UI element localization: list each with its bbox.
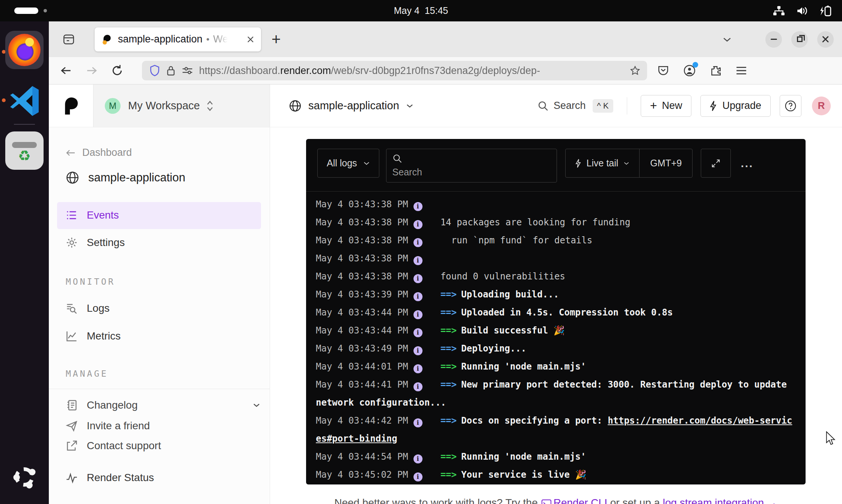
minimize-icon — [771, 39, 777, 40]
log-search-box[interactable]: Search — [386, 149, 557, 183]
sidebar-item-logs[interactable]: Logs — [66, 302, 110, 314]
info-icon: i — [413, 364, 423, 373]
log-message: Uploaded in 4.5s. Compression took 0.8s — [461, 307, 673, 318]
logs-teaser: Need better ways to work with logs? Try … — [306, 497, 806, 504]
contact-label: Contact support — [87, 440, 161, 452]
restore-icon — [797, 36, 803, 42]
service-title-label: sample-application — [88, 171, 185, 184]
bookmark-star-icon[interactable] — [630, 65, 640, 76]
close-icon — [822, 36, 829, 43]
sidebar-item-contact[interactable]: Contact support — [66, 440, 161, 452]
new-button[interactable]: + New — [641, 95, 692, 117]
firefox-dock-icon[interactable] — [5, 31, 44, 69]
expand-logs-button[interactable] — [701, 149, 731, 178]
more-options-button[interactable]: ... — [741, 149, 753, 178]
log-timestamp: May 4 03:43:44 PM — [316, 325, 408, 336]
live-tail-button[interactable]: Live tail — [566, 149, 640, 177]
sidebar-item-settings[interactable]: Settings — [66, 237, 125, 249]
log-stream-link[interactable]: log stream integration — [663, 497, 764, 504]
tracking-protection-shield-icon[interactable] — [149, 65, 160, 77]
log-filter-dropdown[interactable]: All logs — [317, 149, 379, 178]
log-arrow: ==> — [441, 325, 457, 336]
pocket-icon[interactable] — [658, 65, 669, 76]
log-entry: May 4 03:44:41 PMi==>New primary port de… — [316, 376, 796, 412]
info-icon: i — [413, 310, 423, 319]
global-search[interactable]: Search ^ K — [538, 99, 613, 113]
list-tabs-chevron-icon[interactable] — [722, 35, 732, 44]
vscode-dock-icon[interactable] — [5, 81, 44, 120]
render-dashboard: M My Workspace sample-application Search… — [49, 85, 842, 504]
firefox-window: sample-application • We + — [49, 21, 842, 504]
log-timestamp: May 4 03:43:44 PM — [316, 307, 408, 318]
minimize-button[interactable] — [765, 31, 782, 48]
extensions-puzzle-icon[interactable] — [710, 65, 721, 76]
close-button[interactable] — [817, 31, 834, 48]
log-timestamp: May 4 03:43:38 PM — [316, 217, 408, 228]
log-arrow: ==> — [441, 469, 457, 480]
timezone-button[interactable]: GMT+9 — [640, 149, 692, 177]
tab-close-icon[interactable] — [246, 35, 255, 44]
log-entry: May 4 03:43:38 PMi — [316, 249, 796, 267]
dock: ♻ — [0, 21, 49, 504]
globe-icon — [289, 100, 302, 112]
settings-label: Settings — [87, 237, 125, 249]
chevron-down-icon — [623, 160, 629, 166]
render-cli-link[interactable]: Render CLI — [554, 497, 607, 504]
firefox-view-icon[interactable] — [59, 29, 79, 50]
system-tray[interactable] — [773, 0, 832, 21]
battery-icon[interactable] — [819, 5, 832, 17]
info-icon: i — [413, 382, 423, 391]
back-icon[interactable] — [60, 65, 72, 76]
service-switcher[interactable]: sample-application — [308, 100, 399, 112]
status-pulse-icon — [66, 472, 78, 484]
search-icon — [538, 101, 548, 111]
log-timestamp: May 4 03:45:02 PM — [316, 469, 408, 480]
new-tab-button[interactable]: + — [272, 32, 281, 47]
upgrade-button[interactable]: Upgrade — [700, 95, 771, 117]
menu-hamburger-icon[interactable] — [736, 66, 747, 75]
forward-icon[interactable] — [86, 65, 98, 76]
log-message: 14 packages are looking for funding — [441, 217, 631, 228]
timezone-label: GMT+9 — [650, 158, 682, 169]
sidebar-section-monitor: MONITOR — [66, 277, 115, 287]
url-bar[interactable]: https://dashboard.render.com/web/srv-d0b… — [142, 61, 647, 80]
live-tail-group: Live tail GMT+9 — [565, 149, 693, 178]
trash-dock-icon[interactable]: ♻ — [5, 131, 44, 170]
arrow-left-icon — [66, 149, 75, 157]
url-path: /web/srv-d0bgp21r0fns73dena2g/deploys/de… — [331, 65, 540, 76]
reload-icon[interactable] — [111, 65, 123, 77]
volume-icon[interactable] — [796, 6, 808, 16]
sidebar-item-metrics[interactable]: Metrics — [66, 330, 121, 342]
log-entry: May 4 03:45:02 PMi==>Your service is liv… — [316, 466, 796, 484]
log-timestamp: May 4 03:43:38 PM — [316, 253, 408, 264]
ubuntu-logo-icon[interactable] — [11, 464, 38, 490]
expand-icon — [711, 158, 721, 168]
browser-tab[interactable]: sample-application • We — [95, 27, 261, 51]
chevron-down-icon[interactable] — [406, 102, 413, 110]
lock-icon[interactable] — [166, 65, 176, 76]
permissions-sliders-icon[interactable] — [182, 66, 193, 75]
app-header: M My Workspace sample-application Search… — [49, 85, 842, 127]
log-message: Uploading build... — [461, 289, 559, 300]
log-filter-label: All logs — [327, 158, 357, 169]
log-message: run `npm fund` for details — [441, 235, 593, 246]
firefox-logo — [8, 34, 41, 66]
sidebar-item-invite[interactable]: Invite a friend — [66, 420, 150, 432]
sidebar: Dashboard sample-application Events Sett… — [49, 127, 270, 504]
url-text: https://dashboard.render.com/web/srv-d0b… — [199, 65, 630, 77]
navigation-bar: https://dashboard.render.com/web/srv-d0b… — [49, 57, 842, 85]
help-button[interactable] — [780, 95, 801, 117]
main-content: All logs Search Live tai — [270, 127, 842, 504]
user-avatar[interactable]: R — [812, 97, 831, 115]
workspace-switcher[interactable]: M My Workspace — [94, 85, 270, 127]
network-icon[interactable] — [773, 6, 785, 16]
sidebar-item-events[interactable]: Events — [66, 209, 119, 221]
log-message: Docs on specifying a port: — [461, 415, 608, 426]
sidebar-back-dashboard[interactable]: Dashboard — [66, 147, 132, 158]
account-icon[interactable] — [683, 64, 696, 77]
sidebar-item-render-status[interactable]: Render Status — [66, 472, 154, 484]
log-timestamp: May 4 03:43:38 PM — [316, 235, 408, 246]
render-logo[interactable] — [49, 85, 94, 127]
sidebar-item-changelog[interactable]: Changelog — [66, 399, 261, 411]
maximize-button[interactable] — [791, 31, 808, 48]
